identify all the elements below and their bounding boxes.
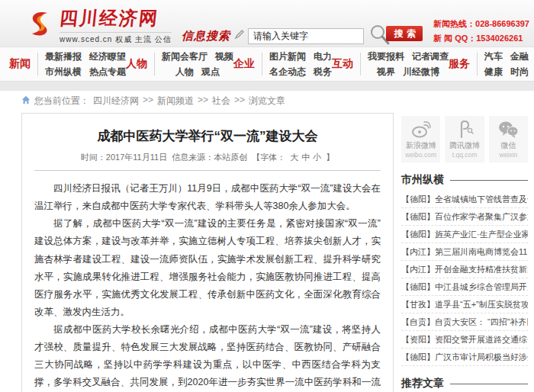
nav-link[interactable]: 观点 [201,66,220,79]
article-source: 信息来源：本站原创 [172,152,247,163]
header-rule [450,384,528,384]
nav-link[interactable]: 视频 [215,50,233,63]
search-label: 信息搜索 [182,29,230,43]
news-list-item[interactable]: 【德阳】旌英产业汇·生产型企业家举行沙龙交 [401,226,528,243]
sidebar-news-title: 市州纵横 [401,173,444,187]
nav-link[interactable]: 我要报料 [368,50,404,63]
breadcrumb: 您当前位置： 四川经济网 >> 新闻频道 >> 社会 >> 浏览文章 [0,91,534,111]
nav-link[interactable]: 名企动态 [269,66,306,79]
social-domain: t.qq.com [445,151,484,159]
article-panel: 成都中医药大学举行“双一流”建设大会 时间：2017年11月11日 信息来源：本… [21,113,394,392]
tencent-weibo-icon [445,120,484,139]
site-header: 四川经济网 www.sced.cn 权威 主流 公信 信息搜索 搜索 新闻热线：… [0,0,534,47]
social-name: 微信 [489,140,528,151]
main-nav: 新闻 最新播报经济瞭望 市州纵横热点专题 人物 新闻会客厅视频 人物观点 企业 … [0,47,534,81]
nav-link[interactable]: 健康 [484,66,503,79]
nav-link[interactable]: 川经微博 [403,66,439,79]
article-body: 四川经济日报讯（记者王万川）11月9日，成都中医药大学“双一流”建设大会在温江举… [34,180,381,392]
social-domain: weixin [489,151,528,159]
site-slogan: www.sced.cn 权威 主流 公信 [60,32,172,45]
share-sina-weibo[interactable]: 新浪微博 weibo.com [401,116,440,162]
nav-link[interactable]: 电力 [314,50,332,63]
nav-link[interactable]: 记者调查 [412,50,449,63]
article-paragraph: 据了解，成都中医药大学“双一流”建设的主要任务是，紧密对接国家“双一流”建设总体… [34,215,381,321]
nav-link[interactable]: 最新播报 [45,50,82,63]
nav-link[interactable]: 汽车 [484,50,503,63]
breadcrumb-separator: >> [234,95,245,108]
nav-group-interact: 互动 我要报料记者调查 视界川经微博 [332,50,449,79]
nav-link[interactable]: 图片新闻 [269,50,306,63]
nav-divider [262,53,262,76]
nav-link[interactable]: 时尚 [510,66,529,79]
font-size-prefix: 【字体： [252,152,285,163]
news-qq: 新 闻 QQ：1534026261 [433,31,529,46]
news-list-item[interactable]: 【自贡】自贡大安区： “四招”补齐民 [401,313,528,331]
nav-link[interactable]: 热点专题 [89,66,126,79]
nav-link[interactable]: 人物 [175,66,194,79]
search-button[interactable]: 搜索 [386,26,423,41]
pen-icon [234,29,244,43]
wechat-icon [489,120,528,139]
article-paragraph: 四川经济日报讯（记者王万川）11月9日，成都中医药大学“双一流”建设大会在温江举… [34,180,381,215]
nav-group-enterprise: 企业 图片新闻电力 名企动态税务 [233,50,332,79]
nav-group-people: 人物 新闻会客厅视频 人物观点 [126,50,233,79]
social-name: 腾讯微博 [445,140,484,151]
nav-divider [360,53,361,76]
sina-weibo-icon [401,120,440,139]
nav-group-news: 新闻 最新播报经济瞭望 市州纵横热点专题 [9,50,126,79]
site-name: 四川经济网 [58,6,172,31]
breadcrumb-link[interactable]: 浏览文章 [249,95,285,108]
news-list-item[interactable]: 【德阳】中江县城乡综合管理局开展“城管榜 [401,278,528,296]
nav-link[interactable]: 税务 [314,66,332,79]
news-list-item[interactable]: 【内江】开创金融支持精准扶贫新路径 [401,261,528,278]
search-input[interactable] [248,28,364,44]
share-tencent-weibo[interactable]: 腾讯微博 t.qq.com [445,116,484,162]
header-rule [450,180,528,181]
font-size-option[interactable]: 中 [301,152,310,163]
nav-link[interactable]: 金融 [510,50,529,63]
sidebar-recommend-title: 推荐文章 [401,377,444,390]
nav-link[interactable]: 市州纵横 [45,66,82,79]
nav-divider [154,53,155,76]
font-size-option[interactable]: 小 [313,152,321,163]
nav-title-enterprise[interactable]: 企业 [233,57,255,71]
nav-link[interactable]: 视界 [377,66,395,79]
nav-title-people[interactable]: 人物 [126,57,147,71]
news-list-item[interactable]: 【资阳】资阳交警开展道路交通综合整治执勤执 [401,331,528,349]
article-time: 时间：2017年11月11日 [81,152,167,163]
nav-title-news[interactable]: 新闻 [9,57,31,71]
news-list-item[interactable]: 【德阳】全省城镇地下管线普查及信息系统建设 [401,191,528,208]
social-name: 新浪微博 [401,140,440,151]
home-icon [21,95,31,107]
article-title: 成都中医药大学举行“双一流”建设大会 [34,127,381,145]
breadcrumb-link[interactable]: 四川经济网 [93,95,139,108]
news-list-item[interactable]: 【德阳】广汉市审计局积极当好涉企收费权力运 [401,349,528,366]
sidebar: 新浪微博 weibo.com 腾讯微博 t.qq.com [401,113,528,392]
news-list-item[interactable]: 【内江】第三届川南电商博览会11月16日内江启 [401,243,528,261]
nav-link[interactable]: 经济瞭望 [89,50,126,63]
article-meta: 时间：2017年11月11日 信息来源：本站原创 【字体： 大中小 】 [34,152,381,171]
nav-group-service: 服务 汽车金融旅游教育 健康时尚三农看片 [449,50,534,79]
nav-link[interactable]: 新闻会客厅 [162,50,207,63]
share-wechat[interactable]: 微信 weixin [489,116,528,162]
news-list-item[interactable]: 【德阳】百位作家学者聚集广汉参加“三星堆与 [401,208,528,226]
news-hotline: 新闻热线：028-86696397 [433,17,529,31]
news-list-item[interactable]: 【甘孜】道孚县“五+”制压实脱贫攻一线责任 [401,296,528,313]
nav-divider [477,53,478,76]
breadcrumb-separator: >> [143,95,153,108]
dragon-logo-icon [23,9,55,43]
nav-title-service[interactable]: 服务 [449,57,470,71]
font-size-suffix: 】 [326,152,334,163]
breadcrumb-link[interactable]: 社会 [212,95,230,108]
breadcrumb-label: 您当前位置： [34,95,89,108]
city-news-list: 【德阳】全省城镇地下管线普查及信息系统建设【德阳】百位作家学者聚集广汉参加“三星… [401,191,528,366]
font-size-option[interactable]: 大 [290,152,298,163]
site-logo[interactable]: 四川经济网 www.sced.cn 权威 主流 公信 [23,6,172,45]
social-domain: weibo.com [401,151,440,159]
divider-band [0,81,534,91]
breadcrumb-link[interactable]: 新闻频道 [157,95,194,108]
breadcrumb-separator: >> [198,95,208,108]
nav-title-interact[interactable]: 互动 [332,57,353,71]
article-paragraph: 据成都中医药大学校长余曙光介绍，成都中医药大学“双一流”建设，将坚持人才强校、质… [34,321,381,392]
nav-divider [37,53,38,76]
